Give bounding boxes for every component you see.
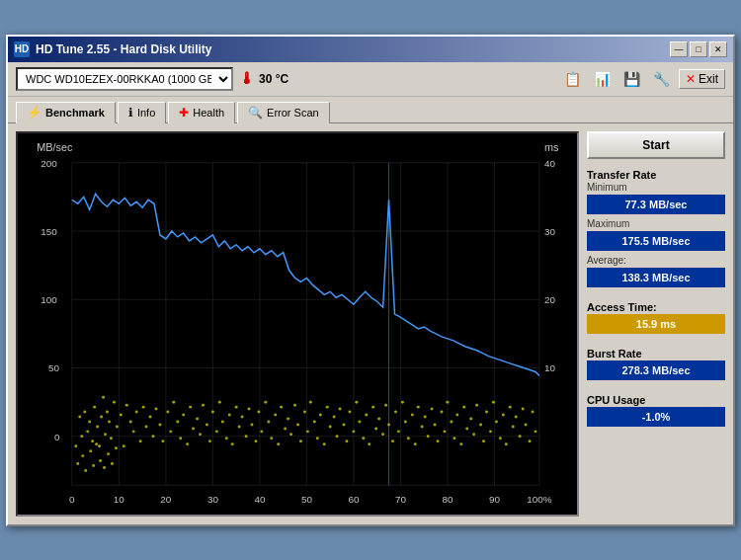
app-icon: HD [14, 41, 30, 57]
svg-point-136 [377, 417, 380, 420]
maximum-value: 175.5 MB/sec [587, 231, 725, 251]
svg-point-91 [231, 442, 234, 445]
drive-select[interactable]: WDC WD10EZEX-00RKKA0 (1000 GB) [16, 67, 233, 91]
svg-point-120 [326, 405, 329, 408]
svg-point-116 [313, 420, 316, 423]
svg-point-166 [475, 403, 478, 406]
svg-point-195 [111, 462, 114, 465]
main-content: MB/sec 200 150 100 50 0 ms 40 30 20 10 0… [8, 122, 733, 524]
tab-benchmark[interactable]: ⚡ Benchmark [16, 102, 116, 123]
svg-point-171 [492, 400, 495, 403]
svg-point-41 [80, 435, 83, 438]
svg-text:40: 40 [544, 157, 555, 168]
svg-point-119 [323, 442, 326, 445]
svg-point-58 [123, 444, 125, 447]
health-tab-label: Health [193, 107, 224, 119]
svg-point-127 [348, 410, 351, 413]
maximum-label: Maximum [587, 218, 725, 229]
minimize-button[interactable]: — [670, 41, 688, 57]
svg-point-51 [104, 433, 107, 436]
thermometer-icon: 🌡 [239, 70, 255, 88]
svg-point-153 [434, 423, 437, 426]
svg-point-122 [333, 415, 336, 418]
start-button[interactable]: Start [587, 131, 725, 159]
svg-point-148 [417, 405, 420, 408]
title-bar: HD HD Tune 2.55 - Hard Disk Utility — □ … [8, 37, 733, 62]
svg-point-164 [469, 417, 472, 420]
svg-point-194 [107, 452, 110, 455]
svg-point-141 [394, 410, 397, 413]
svg-point-188 [84, 468, 87, 471]
svg-point-169 [485, 410, 488, 413]
svg-point-132 [365, 413, 368, 416]
svg-text:90: 90 [489, 494, 500, 505]
svg-text:20: 20 [544, 294, 555, 305]
svg-point-179 [519, 435, 522, 438]
svg-point-67 [152, 435, 155, 438]
svg-text:80: 80 [442, 494, 453, 505]
svg-point-115 [309, 400, 312, 403]
svg-rect-0 [31, 133, 563, 515]
svg-point-114 [306, 430, 309, 433]
maximize-button[interactable]: □ [690, 41, 707, 57]
svg-point-168 [482, 440, 485, 442]
svg-point-92 [235, 405, 238, 408]
svg-point-76 [182, 413, 185, 416]
info-tab-icon: ℹ [128, 106, 133, 120]
burst-rate-group: Burst Rate 278.3 MB/sec [587, 348, 725, 384]
svg-point-137 [381, 433, 384, 436]
svg-point-113 [303, 410, 306, 413]
svg-point-98 [254, 440, 257, 442]
svg-point-40 [78, 415, 81, 418]
svg-point-89 [225, 437, 228, 440]
svg-point-80 [196, 417, 199, 420]
svg-text:40: 40 [254, 494, 265, 505]
svg-text:20: 20 [160, 494, 171, 505]
svg-text:ms: ms [544, 140, 559, 152]
sidebar: Start Transfer Rate Minimum 77.3 MB/sec … [587, 131, 725, 517]
cpu-usage-group: CPU Usage -1.0% [587, 394, 725, 431]
exit-button[interactable]: ✕ Exit [679, 69, 725, 89]
svg-point-160 [455, 413, 458, 416]
svg-point-54 [110, 437, 113, 440]
svg-point-124 [339, 407, 342, 410]
svg-text:0: 0 [54, 431, 60, 441]
svg-point-72 [169, 430, 172, 433]
svg-point-85 [211, 410, 214, 413]
svg-point-47 [96, 425, 99, 428]
settings-icon[interactable]: 🔧 [649, 67, 675, 91]
svg-text:50: 50 [48, 362, 59, 373]
svg-point-138 [384, 403, 387, 406]
svg-point-158 [450, 420, 453, 423]
svg-point-192 [99, 459, 102, 462]
svg-point-65 [145, 425, 148, 428]
svg-point-157 [446, 400, 449, 403]
save-icon-3[interactable]: 💾 [619, 67, 645, 91]
svg-point-45 [91, 440, 94, 442]
tab-error-scan[interactable]: 🔍 Error Scan [237, 102, 330, 123]
svg-point-189 [89, 449, 92, 452]
svg-point-187 [81, 454, 84, 457]
title-buttons: — □ ✕ [670, 41, 727, 57]
save-icon-2[interactable]: 📊 [590, 67, 616, 91]
svg-point-144 [404, 420, 407, 423]
svg-point-190 [92, 464, 95, 467]
transfer-rate-group: Transfer Rate Minimum 77.3 MB/sec Maximu… [587, 169, 725, 291]
svg-point-83 [206, 423, 208, 426]
svg-point-68 [154, 407, 157, 410]
svg-text:100: 100 [41, 294, 57, 305]
save-icon-1[interactable]: 📋 [560, 67, 586, 91]
window-title: HD Tune 2.55 - Hard Disk Utility [36, 42, 211, 56]
tab-info[interactable]: ℹ Info [118, 102, 166, 123]
temperature-value: 30 °C [259, 72, 288, 86]
chart-area: MB/sec 200 150 100 50 0 ms 40 30 20 10 0… [16, 131, 579, 517]
svg-point-143 [401, 400, 404, 403]
svg-point-55 [113, 400, 116, 403]
svg-point-180 [522, 407, 525, 410]
svg-point-77 [186, 442, 189, 445]
tab-health[interactable]: ✚ Health [168, 102, 235, 123]
close-button[interactable]: ✕ [709, 41, 727, 57]
svg-text:10: 10 [114, 494, 124, 505]
svg-point-155 [441, 410, 444, 413]
svg-point-151 [427, 435, 430, 438]
